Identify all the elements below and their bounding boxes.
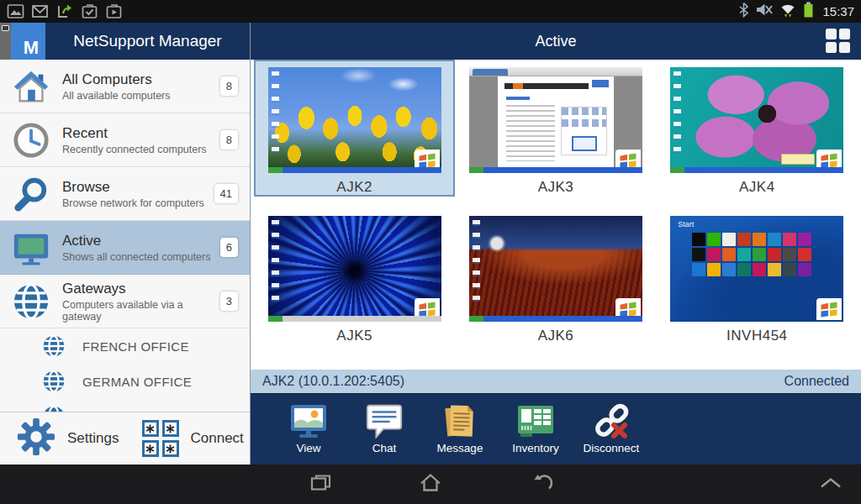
sidebar-item-all-computers[interactable]: All Computers All available computers 8 xyxy=(0,60,250,113)
bluetooth-icon xyxy=(738,2,749,21)
sidebar-item-active[interactable]: Active Shows all connected computers 6 xyxy=(0,221,250,275)
computer-thumbnail xyxy=(268,216,441,322)
connection-status-bar: AJK2 (10.0.1.202:5405) Connected xyxy=(251,370,861,393)
windows-logo-icon xyxy=(615,298,641,320)
home-nav-icon[interactable] xyxy=(419,471,442,497)
computer-tile-ajk3[interactable]: AJK3 xyxy=(455,60,656,197)
sidebar-item-browse[interactable]: Browse Browse network for computers 41 xyxy=(0,167,250,221)
app-title: NetSupport Manager xyxy=(45,32,250,50)
connect-button[interactable]: Connect xyxy=(125,412,251,465)
sidebar-header: M NetSupport Manager xyxy=(0,23,250,60)
sidebar-items: All Computers All available computers 8 … xyxy=(0,60,250,412)
gateway-item-french-office[interactable]: FRENCH OFFICE xyxy=(0,328,250,364)
computer-name: INVH454 xyxy=(726,328,787,344)
grid-view-icon[interactable] xyxy=(826,29,851,54)
sidebar-footer: Settings Connect xyxy=(0,412,250,465)
message-document-icon xyxy=(441,401,479,441)
computer-thumbnail xyxy=(469,67,642,173)
computer-name: AJK3 xyxy=(538,179,574,196)
gateway-label: FRENCH OFFICE xyxy=(66,339,189,354)
inventory-button[interactable]: Inventory xyxy=(498,401,573,454)
gateway-label: GERMAN OFFICE xyxy=(66,375,192,389)
download-check-icon xyxy=(81,3,98,20)
notification-icons xyxy=(7,3,123,20)
computer-tile-ajk5[interactable]: AJK5 xyxy=(254,208,455,345)
globe-icon xyxy=(42,370,66,393)
computer-tile-ajk4[interactable]: AJK4 xyxy=(657,60,858,197)
sidebar: M NetSupport Manager All Computers All a… xyxy=(0,23,251,465)
gateway-item-partial[interactable] xyxy=(0,399,250,412)
sidebar-item-label: All Computers xyxy=(62,71,220,88)
win8-start-label: Start xyxy=(678,220,694,228)
app-icon-letter: M xyxy=(24,37,39,59)
settings-label: Settings xyxy=(55,430,119,447)
windows-logo-icon xyxy=(415,298,440,320)
gateway-item-german-office[interactable]: GERMAN OFFICE xyxy=(0,364,250,399)
computer-name: AJK2 xyxy=(336,179,372,196)
caret-up-icon[interactable] xyxy=(819,476,843,492)
sidebar-item-label: Active xyxy=(62,233,220,249)
settings-button[interactable]: Settings xyxy=(0,412,125,465)
back-icon[interactable] xyxy=(531,471,555,497)
sidebar-item-label: Recent xyxy=(62,125,220,142)
computer-name: AJK5 xyxy=(336,328,372,344)
windows-logo-icon xyxy=(415,150,440,171)
computer-thumbnail xyxy=(268,67,441,173)
play-store-icon xyxy=(105,3,123,20)
computer-grid: AJK2 AJK3 AJK4 xyxy=(251,60,861,370)
clock-icon xyxy=(10,119,52,161)
connection-target: AJK2 (10.0.1.202:5405) xyxy=(262,374,404,389)
inventory-board-icon xyxy=(515,401,556,441)
android-status-bar: 15:37 xyxy=(0,0,861,23)
clock-time: 15:37 xyxy=(822,4,854,18)
message-button[interactable]: Message xyxy=(422,401,498,454)
page-title: Active xyxy=(251,33,861,50)
sidebar-item-gateways[interactable]: Gateways Computers available via a gatew… xyxy=(0,275,250,328)
globe-icon xyxy=(10,281,52,323)
globe-icon xyxy=(42,334,66,358)
computer-tile-invh454[interactable]: Start INVH454 xyxy=(657,208,858,345)
sidebar-item-label: Browse xyxy=(62,179,214,196)
view-button[interactable]: View xyxy=(271,401,346,454)
view-monitor-icon xyxy=(288,401,329,441)
mini-monitor-icon xyxy=(2,25,9,31)
main-header: Active xyxy=(251,23,861,60)
windows-logo-icon xyxy=(816,150,842,171)
sidebar-item-label: Gateways xyxy=(62,281,220,297)
disconnect-chain-icon xyxy=(591,401,631,441)
count-badge: 8 xyxy=(220,130,238,150)
sidebar-item-subtitle: Shows all connected computers xyxy=(62,251,220,263)
computer-tile-ajk6[interactable]: AJK6 xyxy=(455,208,656,345)
action-toolbar: View Chat Message xyxy=(251,393,861,465)
computer-name: AJK4 xyxy=(739,179,775,196)
netsupport-app-icon: M xyxy=(0,23,45,60)
computer-thumbnail xyxy=(469,216,642,322)
sidebar-item-recent[interactable]: Recent Recently connected computers 8 xyxy=(0,113,250,167)
gmail-icon xyxy=(31,3,49,20)
netsupport-manager-app: 15:37 M NetSupport Manager All Computers… xyxy=(0,0,861,504)
home-icon xyxy=(10,66,52,108)
chat-bubble-icon xyxy=(365,401,404,441)
recent-apps-icon[interactable] xyxy=(309,471,332,497)
system-status-icons: 15:37 xyxy=(738,2,854,22)
chat-button[interactable]: Chat xyxy=(346,401,422,454)
disconnect-button[interactable]: Disconnect xyxy=(573,401,649,454)
count-badge: 3 xyxy=(220,291,238,311)
main-panel: Active AJK2 AJK3 xyxy=(251,23,861,465)
sidebar-item-subtitle: Computers available via a gateway xyxy=(62,299,220,323)
computer-tile-ajk2[interactable]: AJK2 xyxy=(254,60,455,197)
sidebar-item-subtitle: All available computers xyxy=(62,90,220,102)
gallery-icon xyxy=(7,3,24,20)
computer-thumbnail: Start xyxy=(670,216,843,322)
connection-state: Connected xyxy=(784,374,849,389)
toolbar-label: Disconnect xyxy=(584,442,640,454)
toolbar-label: Inventory xyxy=(512,442,559,454)
count-badge: 6 xyxy=(220,238,238,257)
android-nav-bar xyxy=(0,465,861,504)
connect-label: Connect xyxy=(179,430,244,447)
monitor-icon xyxy=(10,227,52,269)
wifi-icon xyxy=(779,2,797,22)
computer-thumbnail xyxy=(670,67,843,173)
globe-icon xyxy=(42,405,66,412)
win8-tiles xyxy=(692,233,811,276)
